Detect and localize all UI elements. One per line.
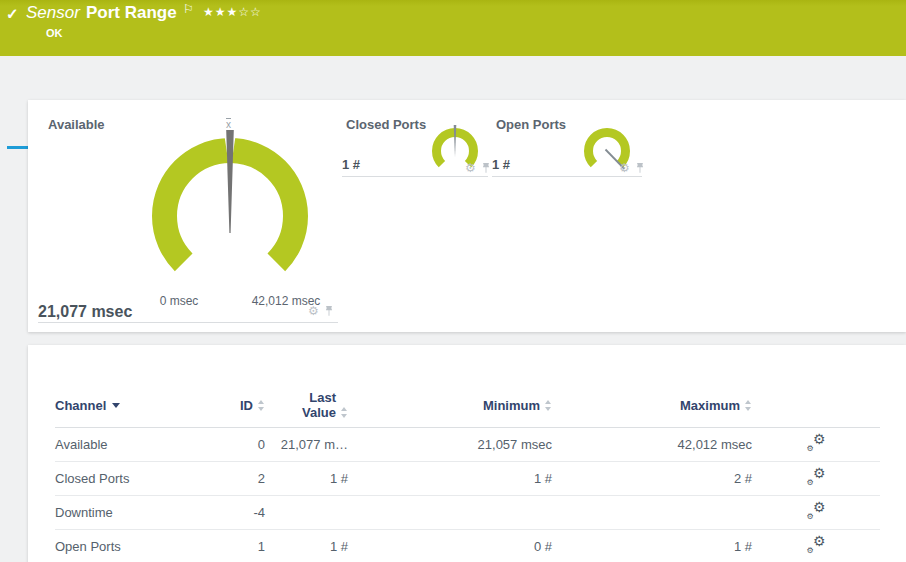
sensor-name: Port Range: [86, 3, 177, 23]
column-header-minimum[interactable]: Minimum: [348, 383, 552, 428]
closed-ports-last-value: 1 #: [342, 157, 360, 172]
gear-small-icon: ⚙: [807, 513, 814, 521]
channel-maximum-cell: 2 #: [552, 462, 752, 496]
closed-ports-tile-divider: [342, 176, 488, 177]
open-ports-gear-icon[interactable]: ⚙: [619, 162, 630, 174]
gear-small-icon: ⚙: [807, 547, 814, 555]
open-ports-gauge-label: Open Ports: [496, 117, 566, 132]
channel-last-value-cell: 21,077 m…: [265, 428, 348, 462]
status-badge: OK: [46, 27, 63, 39]
open-ports-gauge-arc: [588, 132, 625, 164]
priority-stars[interactable]: ★★★☆☆: [203, 5, 262, 19]
sensor-status-banner: ✓ Sensor Port Range ⚐ ★★★☆☆ OK: [0, 0, 906, 56]
channel-name-cell[interactable]: Downtime: [55, 496, 205, 530]
available-pin-icon[interactable]: [324, 305, 334, 317]
id-sort-icon[interactable]: [258, 400, 265, 411]
channel-name-cell[interactable]: Closed Ports: [55, 462, 205, 496]
last-value-sort-icon[interactable]: [341, 407, 348, 418]
channel-name-cell[interactable]: Available: [55, 428, 205, 462]
channel-maximum-cell: 1 #: [552, 530, 752, 562]
average-marker: x: [226, 119, 231, 130]
flag-icon[interactable]: ⚐: [183, 2, 194, 16]
closed-ports-gauge-label: Closed Ports: [346, 117, 426, 132]
channels-panel: Channel ID Last Value Minimum Maximum: [28, 345, 906, 562]
column-header-maximum[interactable]: Maximum: [552, 383, 752, 428]
channel-last-value-cell: 1 #: [265, 530, 348, 562]
channel-minimum-cell: 1 #: [348, 462, 552, 496]
column-header-actions: [752, 383, 880, 428]
closed-ports-pin-icon[interactable]: [481, 162, 491, 174]
open-ports-pin-icon[interactable]: [635, 162, 645, 174]
channel-minimum-cell: 0 #: [348, 530, 552, 562]
channel-settings-icon[interactable]: ⚙⚙: [807, 469, 826, 486]
available-scale-min: 0 msec: [144, 294, 214, 308]
channel-last-value-cell: [265, 496, 348, 530]
channel-sort-caret-icon: [112, 403, 120, 408]
available-last-value: 21,077 msec: [38, 303, 132, 321]
column-header-minimum-label: Minimum: [483, 398, 540, 413]
channel-settings-icon[interactable]: ⚙⚙: [807, 435, 826, 452]
object-kind-label: Sensor: [26, 3, 80, 23]
ok-check-icon: ✓: [6, 5, 19, 23]
available-tile-controls: ⚙: [308, 305, 334, 317]
channels-header-row: Channel ID Last Value Minimum Maximum: [55, 383, 880, 428]
column-header-last-value[interactable]: Last Value: [265, 383, 348, 428]
channel-id-cell: 1: [205, 530, 265, 562]
gear-large-icon: ⚙: [813, 466, 826, 480]
channel-last-value-cell: 1 #: [265, 462, 348, 496]
column-header-id[interactable]: ID: [205, 383, 265, 428]
available-gear-icon[interactable]: ⚙: [308, 305, 319, 317]
minimum-sort-icon[interactable]: [545, 400, 552, 411]
column-header-channel-label: Channel: [55, 398, 106, 413]
gear-small-icon: ⚙: [807, 445, 814, 453]
available-gauge-label: Available: [48, 117, 105, 132]
available-tile-divider: [38, 322, 338, 323]
gear-large-icon: ⚙: [813, 534, 826, 548]
channel-minimum-cell: 21,057 msec: [348, 428, 552, 462]
channel-name-cell[interactable]: Open Ports: [55, 530, 205, 562]
channels-table: Channel ID Last Value Minimum Maximum: [55, 383, 880, 562]
closed-ports-gear-icon[interactable]: ⚙: [465, 162, 476, 174]
column-header-last-line1: Last: [265, 390, 348, 405]
gauges-panel: Available x 0 msec 42,012 msec 21,077 ms…: [28, 100, 906, 332]
gear-large-icon: ⚙: [813, 500, 826, 514]
closed-ports-gauge-needle: [454, 125, 457, 157]
column-header-id-label: ID: [240, 398, 253, 413]
open-ports-tile-controls: ⚙: [619, 162, 645, 174]
channel-id-cell: 0: [205, 428, 265, 462]
column-header-maximum-label: Maximum: [680, 398, 740, 413]
tab-bar: Overview Live Data 2 days 30 days 365 da…: [0, 56, 906, 100]
table-row: Closed Ports 2 1 # 1 # 2 # ⚙⚙: [55, 462, 880, 496]
channel-maximum-cell: 42,012 msec: [552, 428, 752, 462]
open-ports-last-value: 1 #: [492, 157, 510, 172]
sensor-overview-page: ✓ Sensor Port Range ⚐ ★★★☆☆ OK Overview …: [0, 0, 906, 562]
channel-maximum-cell: [552, 496, 752, 530]
table-row: Available 0 21,077 m… 21,057 msec 42,012…: [55, 428, 880, 462]
gear-large-icon: ⚙: [813, 432, 826, 446]
closed-ports-tile-controls: ⚙: [465, 162, 491, 174]
column-header-last-line2: Value: [302, 405, 336, 420]
open-ports-tile-divider: [492, 176, 642, 177]
channel-id-cell: -4: [205, 496, 265, 530]
column-header-channel[interactable]: Channel: [55, 383, 205, 428]
available-gauge-needle: [226, 130, 234, 233]
channel-settings-icon[interactable]: ⚙⚙: [807, 503, 826, 520]
channel-minimum-cell: [348, 496, 552, 530]
maximum-sort-icon[interactable]: [745, 400, 752, 411]
channel-settings-icon[interactable]: ⚙⚙: [807, 537, 826, 554]
channel-id-cell: 2: [205, 462, 265, 496]
table-row: Downtime -4 ⚙⚙: [55, 496, 880, 530]
table-row: Open Ports 1 1 # 0 # 1 # ⚙⚙: [55, 530, 880, 562]
gear-small-icon: ⚙: [807, 479, 814, 487]
